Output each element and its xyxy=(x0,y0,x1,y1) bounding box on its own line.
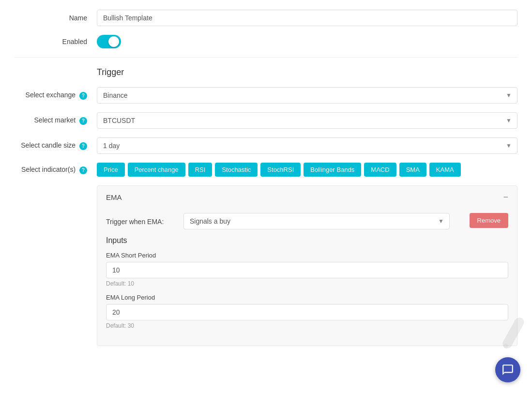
indicator-rsi[interactable]: RSI xyxy=(188,163,213,177)
ema-card-header: EMA − xyxy=(97,186,517,208)
ema-collapse-button[interactable]: − xyxy=(503,193,508,201)
divider-1 xyxy=(15,57,517,58)
chat-icon xyxy=(502,364,514,365)
name-label: Name xyxy=(15,14,97,22)
indicator-macd[interactable]: MACD xyxy=(364,163,396,177)
page-wrapper: Name Enabled Trigger Select exchange ? B… xyxy=(0,0,532,365)
ema-short-default: Default: 10 xyxy=(106,280,508,287)
select-candle-row: Select candle size ? 1 day 1 hour 4 hour… xyxy=(15,137,517,154)
enabled-toggle[interactable] xyxy=(97,35,121,48)
ema-short-period-label: EMA Short Period xyxy=(106,252,508,259)
ema-card-body: Trigger when EMA: Signals a buy Signals … xyxy=(97,208,517,346)
indicators-help-icon[interactable]: ? xyxy=(79,167,87,174)
select-exchange-label: Select exchange ? xyxy=(15,91,97,100)
exchange-select[interactable]: Binance Coinbase Kraken xyxy=(97,87,517,104)
trigger-when-select-wrapper: Signals a buy Signals a sell Crosses abo… xyxy=(183,213,450,229)
name-row: Name xyxy=(15,10,517,26)
ema-long-period-input[interactable] xyxy=(106,304,508,320)
ema-long-period-label: EMA Long Period xyxy=(106,294,508,301)
exchange-select-wrapper: Binance Coinbase Kraken ▼ xyxy=(97,87,517,104)
market-help-icon[interactable]: ? xyxy=(79,117,87,125)
indicator-stochrsi[interactable]: StochRSI xyxy=(260,163,301,177)
enabled-toggle-container xyxy=(97,35,121,48)
market-select[interactable]: BTCUSDT ETHUSDT BNBUSDT xyxy=(97,112,517,129)
inputs-section: Inputs EMA Short Period Default: 10 EMA … xyxy=(106,236,508,329)
indicator-stochastic[interactable]: Stochastic xyxy=(215,163,258,177)
select-indicators-label: Select indicator(s) ? xyxy=(15,163,97,174)
trigger-when-label: Trigger when EMA: xyxy=(106,213,164,226)
indicators-container: Price Percent change RSI Stochastic Stoc… xyxy=(97,163,461,177)
indicator-kama[interactable]: KAMA xyxy=(429,163,461,177)
select-exchange-row: Select exchange ? Binance Coinbase Krake… xyxy=(15,87,517,104)
candle-select[interactable]: 1 day 1 hour 4 hours 15 minutes 1 minute xyxy=(97,137,517,154)
ema-long-period-group: EMA Long Period Default: 30 xyxy=(106,294,508,329)
trigger-when-row: Trigger when EMA: Signals a buy Signals … xyxy=(106,213,508,229)
candle-select-wrapper: 1 day 1 hour 4 hours 15 minutes 1 minute… xyxy=(97,137,517,154)
indicator-percent-change[interactable]: Percent change xyxy=(128,163,185,177)
select-market-label: Select market ? xyxy=(15,116,97,125)
exchange-help-icon[interactable]: ? xyxy=(79,92,87,100)
indicator-bollinger-bands[interactable]: Bollinger Bands xyxy=(304,163,361,177)
ema-short-period-group: EMA Short Period Default: 10 xyxy=(106,252,508,287)
trigger-when-select[interactable]: Signals a buy Signals a sell Crosses abo… xyxy=(183,213,450,229)
select-indicators-row: Select indicator(s) ? Price Percent chan… xyxy=(15,163,517,177)
trigger-title: Trigger xyxy=(97,67,517,77)
enabled-row: Enabled xyxy=(15,35,517,48)
candle-help-icon[interactable]: ? xyxy=(79,142,87,150)
ema-card-title: EMA xyxy=(106,193,122,201)
name-input[interactable] xyxy=(97,10,517,26)
select-market-row: Select market ? BTCUSDT ETHUSDT BNBUSDT … xyxy=(15,112,517,129)
ema-long-default: Default: 30 xyxy=(106,322,508,329)
indicator-price[interactable]: Price xyxy=(97,163,125,177)
toggle-slider xyxy=(97,35,121,48)
remove-button[interactable]: Remove xyxy=(470,213,508,228)
market-select-wrapper: BTCUSDT ETHUSDT BNBUSDT ▼ xyxy=(97,112,517,129)
inputs-title: Inputs xyxy=(106,236,508,245)
select-candle-label: Select candle size ? xyxy=(15,141,97,150)
enabled-label: Enabled xyxy=(15,38,97,45)
ema-card: EMA − Trigger when EMA: Signals a buy Si… xyxy=(97,185,517,346)
ema-short-period-input[interactable] xyxy=(106,262,508,278)
indicator-sma[interactable]: SMA xyxy=(399,163,426,177)
